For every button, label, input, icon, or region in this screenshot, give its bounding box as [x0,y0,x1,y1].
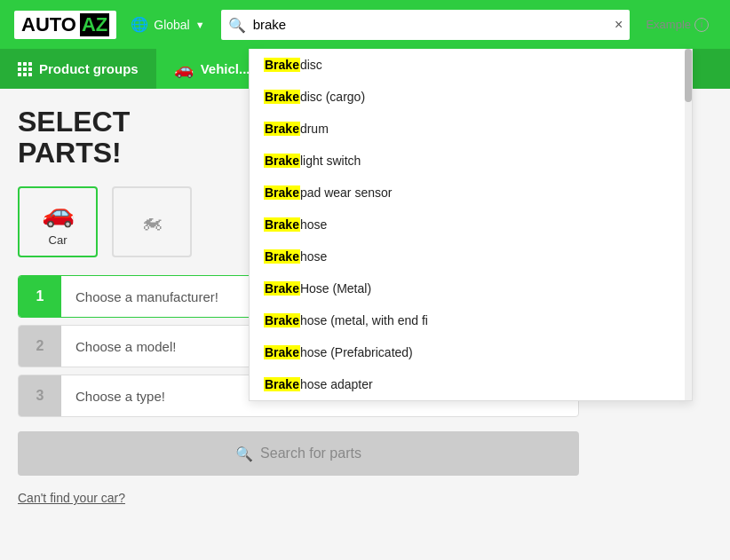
dropdown-item[interactable]: Brake hose [250,241,692,272]
dropdown-item[interactable]: Brake hose adapter [250,368,692,400]
global-label: Global [154,18,189,32]
cant-find-label: Can't find your car? [18,491,125,505]
example-button[interactable]: Example i [646,18,716,32]
global-button[interactable]: 🌐 Global ▼ [131,16,204,33]
vehicle-card-car[interactable]: 🚗 Car [18,186,98,257]
nav-product-groups[interactable]: Product groups [0,49,156,89]
search-parts-icon: 🔍 [235,446,253,462]
logo[interactable]: AUTOAZ [14,11,116,39]
dropdown-item[interactable]: Brake light switch [250,145,692,177]
info-icon: i [694,18,709,32]
dropdown-item[interactable]: Brake hose (Prefabricated) [250,336,692,368]
example-label: Example [646,18,691,31]
dropdown-item[interactable]: Brake hose [250,209,692,241]
selector1-num: 1 [19,276,61,317]
globe-icon: 🌐 [131,16,148,33]
search-container: 🔍 × [219,8,632,42]
logo-az: AZ [80,13,109,36]
dropdown-item[interactable]: Brake Hose (Metal) [250,272,692,304]
vehicle-card-2[interactable]: 🏍 [112,186,192,257]
header: AUTOAZ 🌐 Global ▼ 🔍 × Example i [0,0,730,49]
dropdown-list: Brake discBrake disc (cargo)Brake drumBr… [250,49,692,400]
dropdown-item[interactable]: Brake disc [250,49,692,81]
search-icon: 🔍 [228,16,246,33]
dropdown-item[interactable]: Brake pad wear sensor [250,177,692,209]
car-label: Car [49,233,67,247]
dropdown-item[interactable]: Brake drum [250,113,692,145]
search-parts-button[interactable]: 🔍 Search for parts [18,431,579,476]
nav-vehicles-label: Vehicl... [201,61,250,76]
dropdown-item[interactable]: Brake disc (cargo) [250,81,692,113]
dropdown-item[interactable]: Brake hose (metal, with end fi [250,304,692,336]
cant-find-link[interactable]: Can't find your car? [18,491,125,505]
logo-auto: AUTO [21,13,76,36]
clear-icon[interactable]: × [615,17,623,33]
chevron-down-icon: ▼ [195,20,205,30]
selector3-num: 3 [19,375,61,416]
scrollbar-track[interactable] [685,49,692,400]
search-dropdown: Brake discBrake disc (cargo)Brake drumBr… [249,49,693,401]
selector2-num: 2 [19,326,61,367]
grid-icon [18,62,32,76]
car-vehicle-icon: 🚗 [42,197,75,228]
car-icon: 🚗 [174,59,194,79]
scrollbar-thumb[interactable] [685,49,692,102]
search-input[interactable] [219,8,632,42]
motorcycle-icon: 🏍 [141,209,163,234]
nav-product-groups-label: Product groups [39,61,139,76]
search-parts-label: Search for parts [260,446,361,461]
